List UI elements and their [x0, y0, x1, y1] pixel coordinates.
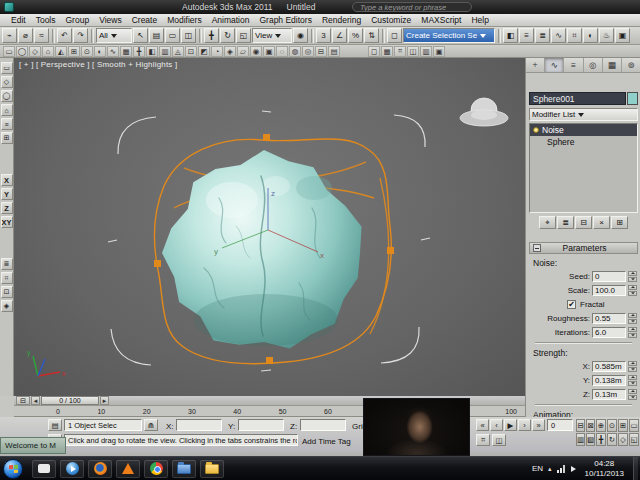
spinner-down-icon[interactable]	[628, 367, 637, 372]
axis-constraint-z-button[interactable]: Z	[1, 202, 13, 214]
strength-y-spinner[interactable]	[628, 375, 637, 386]
window-crossing-button[interactable]: ◫	[181, 28, 196, 43]
spinner-down-icon[interactable]	[628, 277, 637, 282]
gizmo-handle-left[interactable]	[154, 260, 161, 267]
next-frame-arrow[interactable]: ►	[100, 396, 109, 405]
schematic-view-button[interactable]: ⌗	[567, 28, 582, 43]
tab-modify[interactable]: ∿	[545, 58, 564, 72]
seed-field[interactable]: 0	[592, 271, 626, 282]
tab-utilities[interactable]: ⊚	[622, 58, 640, 72]
layer-manager-button[interactable]: ≣	[535, 28, 550, 43]
modifier-stack-row-noise[interactable]: Noise	[530, 124, 637, 136]
rectangular-selection-region-button[interactable]: ▭	[165, 28, 180, 43]
show-hidden-icons-button[interactable]: ▴	[548, 465, 552, 473]
spinner-down-icon[interactable]	[628, 291, 637, 296]
snaps-toggle-button[interactable]: 3	[316, 28, 331, 43]
menu-maxscript[interactable]: MAXScript	[416, 15, 466, 25]
selection-lock-set-button[interactable]: ▤	[48, 419, 62, 431]
select-and-move-button[interactable]: ╋	[204, 28, 219, 43]
perspective-viewport[interactable]: [ + ] [ Perspective ] [ Smooth + Highlig…	[14, 58, 525, 396]
tab-motion[interactable]: ◎	[584, 58, 603, 72]
menu-animation[interactable]: Animation	[207, 15, 255, 25]
gizmo-handle-right[interactable]	[387, 247, 394, 254]
search-input[interactable]	[352, 2, 472, 12]
use-pivot-center-button[interactable]: ◉	[293, 28, 308, 43]
ribbon-shape-icon[interactable]: ◩	[198, 46, 210, 57]
ribbon-shape-icon[interactable]: ⊙	[81, 46, 93, 57]
rendered-frame-button[interactable]: ▣	[615, 28, 630, 43]
spinner-up-icon[interactable]	[628, 389, 637, 394]
spinner-snap-button[interactable]: ⇅	[364, 28, 379, 43]
left-tool-icon[interactable]: ⊞	[1, 132, 13, 144]
left-tool-icon[interactable]: ≡	[1, 118, 13, 130]
strength-y-field[interactable]: 0.138m	[592, 375, 626, 386]
left-tool-icon[interactable]: ◈	[1, 300, 13, 312]
menu-create[interactable]: Create	[127, 15, 163, 25]
undo-button[interactable]: ↶	[57, 28, 72, 43]
seed-spinner[interactable]	[628, 271, 637, 282]
add-time-tag[interactable]: Add Time Tag	[302, 437, 351, 446]
spinner-down-icon[interactable]	[628, 395, 637, 400]
ribbon-tool-icon[interactable]: ◻	[368, 46, 380, 57]
selection-lock-toggle[interactable]: ⋒	[144, 419, 158, 431]
spinner-up-icon[interactable]	[628, 375, 637, 380]
ribbon-shape-icon[interactable]: ⌂	[42, 46, 54, 57]
previous-frame-button[interactable]: ‹	[490, 419, 503, 431]
edit-named-selection-sets-button[interactable]: ◻	[387, 28, 402, 43]
ribbon-shape-icon[interactable]: ◍	[289, 46, 301, 57]
scale-field[interactable]: 100.0	[592, 285, 626, 296]
tab-hierarchy[interactable]: ≡	[564, 58, 583, 72]
go-to-end-button[interactable]: »	[532, 419, 545, 431]
redo-button[interactable]: ↷	[73, 28, 88, 43]
ribbon-shape-icon[interactable]: ╋	[133, 46, 145, 57]
ribbon-shape-icon[interactable]: ∿	[107, 46, 119, 57]
orbit-button[interactable]: ↻	[607, 433, 617, 446]
reference-coordinate-dropdown[interactable]: View	[252, 28, 292, 43]
ribbon-shape-icon[interactable]: ⊞	[68, 46, 80, 57]
gizmo-handle-bottom[interactable]	[266, 357, 273, 364]
coord-y-field[interactable]	[238, 419, 284, 431]
object-color-swatch[interactable]	[627, 92, 638, 105]
taskbar-app-documents[interactable]	[200, 460, 224, 478]
spinner-up-icon[interactable]	[628, 285, 637, 290]
maximize-viewport-toggle[interactable]: ◱	[629, 433, 639, 446]
unlink-selection-button[interactable]: ⌀	[18, 28, 33, 43]
ribbon-shape-icon[interactable]: ◉	[250, 46, 262, 57]
show-desktop-button[interactable]	[633, 457, 638, 480]
welcome-window-titlebar[interactable]: Welcome to M	[0, 437, 66, 454]
left-tool-icon[interactable]: ◇	[1, 76, 13, 88]
viewport-label[interactable]: [ + ] [ Perspective ] [ Smooth + Highlig…	[19, 60, 177, 69]
time-slider-handle[interactable]: 0 / 100	[41, 396, 99, 405]
menu-customize[interactable]: Customize	[366, 15, 416, 25]
menu-help[interactable]: Help	[466, 15, 493, 25]
noise-sphere-object[interactable]	[162, 150, 362, 349]
tab-display[interactable]: ▦	[603, 58, 622, 72]
ribbon-tool-icon[interactable]: ▦	[381, 46, 393, 57]
strength-x-field[interactable]: 0.585m	[592, 361, 626, 372]
zoom-button[interactable]: ⊕	[596, 419, 606, 432]
menu-tools[interactable]: Tools	[31, 15, 61, 25]
mini-curve-editor-button[interactable]: ⊟	[16, 396, 30, 405]
zoom-all-button[interactable]: ⊙	[607, 419, 617, 432]
ribbon-shape-icon[interactable]: ▥	[159, 46, 171, 57]
ribbon-shape-icon[interactable]: ◬	[172, 46, 184, 57]
axis-constraint-y-button[interactable]: Y	[1, 188, 13, 200]
iterations-field[interactable]: 6.0	[592, 327, 626, 338]
modifier-stack-row-sphere[interactable]: Sphere	[530, 136, 637, 148]
ribbon-shape-icon[interactable]: ◇	[29, 46, 41, 57]
ribbon-shape-icon[interactable]: ◔	[211, 46, 223, 57]
menu-group[interactable]: Group	[61, 15, 95, 25]
pin-stack-button[interactable]: ⌖	[539, 216, 556, 229]
previous-frame-arrow[interactable]: ◄	[31, 396, 40, 405]
ribbon-shape-icon[interactable]: ⊡	[185, 46, 197, 57]
spinner-up-icon[interactable]	[628, 327, 637, 332]
coord-z-field[interactable]	[300, 419, 346, 431]
zoom-region-button[interactable]: ▭	[629, 419, 639, 432]
spinner-up-icon[interactable]	[628, 271, 637, 276]
next-frame-button[interactable]: ›	[518, 419, 531, 431]
ribbon-tool-icon[interactable]: ⌗	[394, 46, 406, 57]
ribbon-shape-icon[interactable]: ◌	[276, 46, 288, 57]
collapse-icon[interactable]	[533, 244, 541, 252]
spinner-down-icon[interactable]	[628, 319, 637, 324]
coord-x-field[interactable]	[176, 419, 222, 431]
